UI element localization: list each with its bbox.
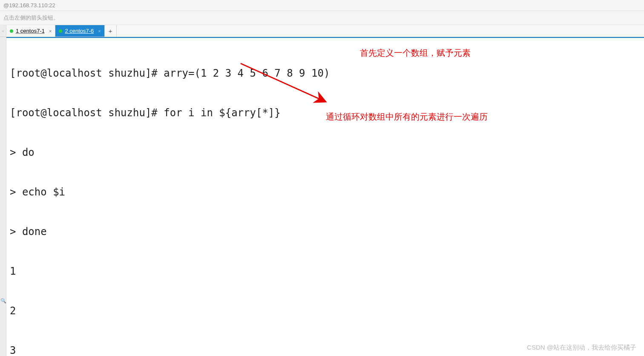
annotation-1: 首先定义一个数组，赋予元素 [360,46,471,60]
title-bar: @192.168.73.110:22 [0,0,644,11]
annotation-2: 通过循环对数组中所有的元素进行一次遍历 [326,110,488,123]
terminal-line: [root@localhost shuzhu]# arry=(1 2 3 4 5… [10,67,641,80]
status-dot-icon [10,29,13,33]
tab-label: 2 centos7-6 [65,28,94,34]
close-icon[interactable]: × [49,29,52,34]
hint-bar: 点击左侧的箭头按钮。 [0,11,644,25]
collapse-icon[interactable]: « [0,25,6,37]
terminal-line: [root@localhost shuzhu]# for i in ${arry… [10,106,641,120]
add-tab-button[interactable]: + [105,25,117,37]
side-gutter [0,37,6,356]
terminal-line: 1 [10,265,641,278]
tab-label: 1 centos7-1 [16,28,45,34]
window-title: @192.168.73.110:22 [3,2,55,9]
status-dot-icon [59,29,62,33]
terminal[interactable]: [root@localhost shuzhu]# arry=(1 2 3 4 5… [6,37,644,356]
hint-text: 点击左侧的箭头按钮。 [3,14,59,22]
terminal-line: > do [10,146,641,159]
terminal-line: 2 [10,304,641,318]
watermark: CSDN @站在这别动，我去给你买橘子 [527,344,636,352]
tab-bar: « 1 centos7-1 × 2 centos7-6 × + [0,25,644,37]
terminal-line: > echo $i [10,186,641,199]
terminal-line: > done [10,225,641,238]
tab-centos7-1[interactable]: 1 centos7-1 × [6,25,55,37]
tab-centos7-6[interactable]: 2 centos7-6 × [55,25,104,37]
close-icon[interactable]: × [98,29,101,34]
search-icon[interactable]: 🔍 [0,298,6,304]
